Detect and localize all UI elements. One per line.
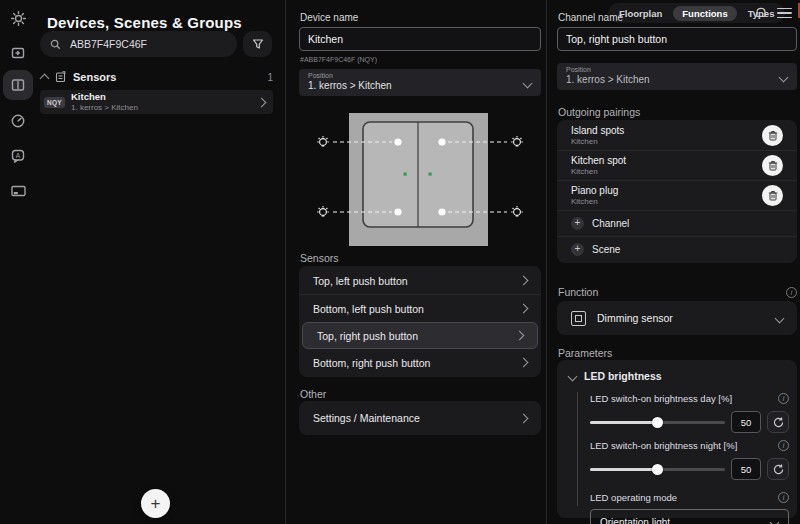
sensor-item-label: Top, left push button bbox=[313, 275, 408, 287]
chevron-right-icon bbox=[257, 97, 267, 107]
led-mode-label: LED operating mode bbox=[590, 492, 677, 503]
add-scene-button[interactable]: + Scene bbox=[557, 236, 797, 262]
device-position-dropdown[interactable]: Position 1. kerros > Kitchen bbox=[299, 69, 541, 96]
device-name-label: Device name bbox=[300, 12, 358, 23]
add-channel-label: Channel bbox=[592, 218, 629, 229]
parameters-card: LED brightness LED switch-on brightness … bbox=[557, 360, 797, 518]
chevron-right-icon bbox=[519, 413, 529, 423]
sensors-group-count: 1 bbox=[267, 72, 273, 83]
floorplan-nav-button[interactable] bbox=[3, 38, 33, 68]
device-item-texts: Kitchen 1. kerros > Kitchen bbox=[71, 92, 138, 112]
function-value: Dimming sensor bbox=[597, 312, 673, 324]
sensor-item-top-right-selected[interactable]: Top, right push button bbox=[302, 322, 538, 349]
channel-position-dropdown[interactable]: Position 1. kerros > Kitchen bbox=[557, 63, 797, 90]
brightness-day-value-input[interactable] bbox=[731, 411, 761, 433]
device-figure bbox=[299, 106, 541, 250]
brightness-day-slider[interactable] bbox=[590, 416, 725, 428]
pairing-name: Piano plug bbox=[571, 185, 618, 197]
gear-icon bbox=[10, 10, 27, 27]
automation-nav-button[interactable]: A bbox=[3, 141, 33, 171]
position-value: 1. kerros > Kitchen bbox=[308, 80, 532, 91]
info-icon[interactable]: i bbox=[778, 393, 789, 404]
filter-icon bbox=[252, 38, 264, 50]
chevron-down-icon bbox=[775, 313, 785, 323]
pairing-name: Island spots bbox=[571, 125, 624, 137]
device-list-item-kitchen[interactable]: NQY Kitchen 1. kerros > Kitchen bbox=[40, 90, 273, 114]
sensors-group-header[interactable]: Sensors 1 bbox=[41, 71, 273, 83]
add-device-fab[interactable]: + bbox=[141, 489, 170, 518]
search-icon bbox=[50, 39, 61, 50]
function-section-label: Function bbox=[558, 286, 598, 298]
position-value: 1. kerros > Kitchen bbox=[566, 74, 788, 85]
settings-maintenance-item[interactable]: Settings / Maintenance bbox=[299, 401, 541, 435]
plus-circle-icon: + bbox=[571, 243, 584, 256]
filter-button[interactable] bbox=[243, 31, 272, 57]
brightness-night-value-input[interactable] bbox=[731, 458, 761, 480]
pairing-row-island-spots[interactable]: Island spots Kitchen bbox=[557, 121, 797, 150]
dimming-sensor-icon bbox=[571, 311, 586, 326]
devices-nav-button[interactable] bbox=[3, 70, 33, 100]
sensor-item-bottom-left[interactable]: Bottom, left push button bbox=[299, 294, 541, 322]
collapse-chevron-icon[interactable] bbox=[40, 74, 50, 84]
pairings-card: Island spots Kitchen Kitchen spot Kitche… bbox=[557, 120, 797, 263]
led-mode-label-row: LED operating mode i bbox=[590, 492, 789, 503]
group-guide-line bbox=[577, 392, 578, 506]
sensor-item-label: Bottom, right push button bbox=[313, 357, 430, 369]
function-dropdown[interactable]: Dimming sensor bbox=[557, 301, 797, 335]
bell-icon bbox=[754, 6, 768, 20]
search-box[interactable] bbox=[40, 31, 237, 57]
channel-name-input[interactable] bbox=[557, 27, 797, 51]
pairings-section-label: Outgoing pairings bbox=[558, 106, 640, 118]
pairing-texts: Island spots Kitchen bbox=[571, 125, 624, 147]
panel-divider-left bbox=[285, 0, 286, 524]
sensor-item-label: Top, right push button bbox=[317, 330, 418, 342]
menu-icon bbox=[777, 8, 792, 19]
trash-icon bbox=[768, 190, 778, 201]
sensor-item-label: Bottom, left push button bbox=[313, 303, 424, 315]
add-channel-button[interactable]: + Channel bbox=[557, 210, 797, 236]
panel-divider-right bbox=[546, 0, 547, 524]
brightness-night-slider[interactable] bbox=[590, 463, 725, 475]
pairing-texts: Kitchen spot Kitchen bbox=[571, 155, 626, 177]
slider-thumb[interactable] bbox=[652, 464, 663, 475]
notifications-button[interactable] bbox=[753, 5, 769, 21]
remove-pairing-button[interactable] bbox=[762, 155, 783, 176]
floorplan-icon bbox=[10, 45, 26, 61]
sensor-item-bottom-right[interactable]: Bottom, right push button bbox=[299, 349, 541, 376]
param-label: LED switch-on brightness day [%] bbox=[590, 393, 732, 404]
search-input[interactable] bbox=[68, 37, 222, 51]
remove-pairing-button[interactable] bbox=[762, 185, 783, 206]
info-icon[interactable]: i bbox=[778, 492, 789, 503]
slider-thumb[interactable] bbox=[652, 417, 663, 428]
sensor-item-top-left[interactable]: Top, left push button bbox=[299, 267, 541, 294]
sensors-group-icon bbox=[55, 71, 66, 83]
led-brightness-group-toggle[interactable]: LED brightness bbox=[565, 368, 789, 386]
led-mode-value: Orientation light bbox=[600, 517, 670, 524]
info-icon[interactable]: i bbox=[778, 440, 789, 451]
pairing-location: Kitchen bbox=[571, 137, 624, 147]
pairing-name: Kitchen spot bbox=[571, 155, 626, 167]
panel-nav-button[interactable] bbox=[3, 176, 33, 206]
info-icon[interactable]: i bbox=[786, 287, 797, 298]
led-mode-dropdown[interactable]: Orientation light bbox=[590, 509, 789, 524]
device-item-title: Kitchen bbox=[71, 92, 138, 103]
main-menu-button[interactable] bbox=[776, 7, 792, 19]
pairing-row-piano-plug[interactable]: Piano plug Kitchen bbox=[557, 180, 797, 210]
position-label: Position bbox=[566, 66, 788, 73]
function-section-header: Function i bbox=[558, 286, 797, 298]
device-id-text: #ABB7F4F9C46F (NQY) bbox=[300, 56, 377, 63]
app-window: A Devices, Scenes & Groups bbox=[0, 0, 800, 524]
automation-icon: A bbox=[10, 148, 26, 164]
other-section-label: Other bbox=[300, 388, 326, 400]
tab-functions[interactable]: Functions bbox=[673, 6, 736, 21]
status-nav-button[interactable] bbox=[3, 106, 33, 136]
device-name-input[interactable] bbox=[299, 27, 541, 51]
remove-pairing-button[interactable] bbox=[762, 125, 783, 146]
pairing-row-kitchen-spot[interactable]: Kitchen spot Kitchen bbox=[557, 150, 797, 180]
reset-default-button[interactable] bbox=[767, 411, 789, 433]
sync-icon bbox=[772, 416, 785, 429]
channel-name-label: Channel name bbox=[558, 12, 623, 23]
reset-default-button[interactable] bbox=[767, 458, 789, 480]
settings-nav-button[interactable] bbox=[3, 3, 33, 33]
chevron-right-icon bbox=[515, 331, 525, 341]
